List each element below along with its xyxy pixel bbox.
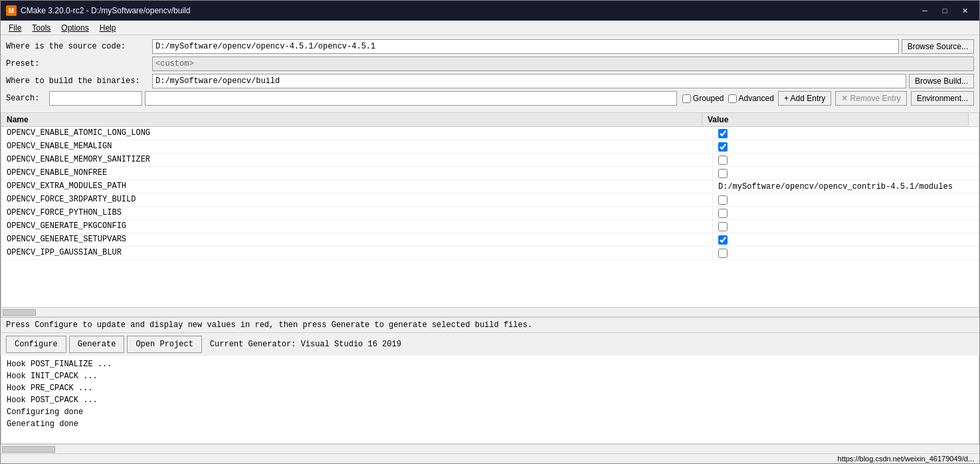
h-scrollbar-thumb[interactable] (3, 309, 36, 316)
cell-value (713, 220, 979, 233)
remove-entry-button[interactable]: ✕ Remove Entry (835, 91, 906, 106)
highlighted-text: Generating done (7, 419, 78, 429)
search-input-left[interactable] (49, 91, 142, 106)
table-area: Name Value OPENCV_ENABLE_ATOMIC_LONG_LON… (1, 112, 979, 317)
configure-button[interactable]: Configure (6, 336, 66, 353)
binaries-row: Where to build the binaries: Browse Buil… (6, 74, 974, 88)
output-line-highlight: Generating done (7, 418, 973, 430)
value-checkbox[interactable] (718, 235, 728, 245)
grouped-checkbox-label[interactable]: Grouped (682, 94, 724, 103)
table-row[interactable]: OPENCV_ENABLE_NONFREE (1, 167, 979, 180)
search-input-right[interactable] (145, 91, 677, 106)
toolbar-right: Grouped Advanced + Add Entry ✕ Remove En… (682, 91, 974, 106)
cell-name: OPENCV_ENABLE_MEMORY_SANITIZER (1, 154, 713, 166)
scrollbar-top-placeholder (968, 113, 979, 126)
output-h-scrollbar[interactable] (1, 444, 979, 453)
cell-value (713, 167, 979, 179)
value-checkbox[interactable] (718, 195, 728, 205)
table-h-scrollbar[interactable] (1, 307, 979, 316)
table-row[interactable]: OPENCV_ENABLE_MEMALIGN (1, 140, 979, 154)
menu-file[interactable]: File (3, 22, 27, 34)
main-content: Name Value OPENCV_ENABLE_ATOMIC_LONG_LON… (1, 112, 979, 463)
close-button[interactable]: ✕ (955, 4, 974, 17)
cell-name: OPENCV_ENABLE_NONFREE (1, 167, 713, 179)
browse-build-button[interactable]: Browse Build... (909, 74, 974, 88)
table-row[interactable]: OPENCV_FORCE_PYTHON_LIBS (1, 207, 979, 220)
table-row[interactable]: OPENCV_FORCE_3RDPARTY_BUILD (1, 193, 979, 207)
add-entry-button[interactable]: + Add Entry (778, 91, 831, 106)
cell-value (713, 154, 979, 166)
table-container: Name Value OPENCV_ENABLE_ATOMIC_LONG_LON… (1, 112, 979, 317)
value-checkbox[interactable] (718, 156, 728, 165)
cell-value: D:/mySoftware/opencv/opencv_contrib-4.5.… (713, 180, 979, 193)
cell-value (713, 127, 979, 140)
binaries-label: Where to build the binaries: (6, 76, 152, 86)
table-body[interactable]: OPENCV_ENABLE_ATOMIC_LONG_LONG OPENCV_EN… (1, 127, 979, 307)
browse-source-button[interactable]: Browse Source... (902, 39, 974, 54)
cell-name: OPENCV_ENABLE_ATOMIC_LONG_LONG (1, 127, 713, 140)
value-checkbox[interactable] (718, 169, 728, 178)
cell-name: OPENCV_GENERATE_PKGCONFIG (1, 220, 713, 233)
table-header: Name Value (1, 113, 979, 127)
output-line: Hook POST_FINALIZE ... (7, 358, 973, 370)
value-checkbox[interactable] (718, 142, 728, 152)
cell-name: OPENCV_GENERATE_SETUPVARS (1, 233, 713, 246)
value-checkbox[interactable] (718, 249, 728, 258)
value-checkbox[interactable] (718, 129, 728, 138)
maximize-button[interactable]: □ (935, 4, 954, 17)
table-row[interactable]: OPENCV_IPP_GAUSSIAN_BLUR (1, 247, 979, 260)
generator-label: Current Generator: Visual Studio 16 2019 (210, 340, 401, 349)
advanced-checkbox[interactable] (728, 94, 737, 103)
col-name-header: Name (1, 113, 702, 126)
cell-value (713, 193, 979, 206)
cell-name: OPENCV_FORCE_3RDPARTY_BUILD (1, 193, 713, 206)
source-input[interactable] (152, 39, 899, 54)
output-area[interactable]: Hook POST_FINALIZE ... Hook INIT_CPACK .… (1, 356, 979, 444)
cell-name: OPENCV_IPP_GAUSSIAN_BLUR (1, 247, 713, 259)
form-area: Where is the source code: Browse Source.… (1, 35, 979, 112)
table-row[interactable]: OPENCV_GENERATE_PKGCONFIG (1, 220, 979, 233)
table-row[interactable]: OPENCV_ENABLE_MEMORY_SANITIZER (1, 154, 979, 167)
value-checkbox[interactable] (718, 209, 728, 218)
preset-row: Preset: (6, 57, 974, 71)
binaries-input[interactable] (152, 74, 906, 88)
advanced-checkbox-label[interactable]: Advanced (728, 94, 774, 103)
status-bar: https://blog.csdn.net/weixin_46179049/d.… (1, 453, 979, 463)
minimize-button[interactable]: ─ (916, 4, 934, 17)
menu-tools[interactable]: Tools (27, 22, 56, 34)
action-bar: Configure Generate Open Project Current … (1, 332, 979, 356)
menu-help[interactable]: Help (94, 22, 122, 34)
search-label: Search: (6, 94, 49, 103)
cell-value (713, 140, 979, 153)
toolbar-row: Search: Grouped Advanced + Add Entry ✕ R… (6, 91, 974, 106)
preset-input[interactable] (152, 57, 974, 71)
title-bar: M CMake 3.20.0-rc2 - D:/mySoftware/openc… (1, 1, 979, 21)
menu-bar: File Tools Options Help (1, 21, 979, 35)
output-line: Configuring done (7, 406, 973, 418)
window-title: CMake 3.20.0-rc2 - D:/mySoftware/opencv/… (21, 6, 916, 15)
grouped-label: Grouped (693, 94, 724, 103)
table-row[interactable]: OPENCV_ENABLE_ATOMIC_LONG_LONG (1, 127, 979, 140)
table-main: Name Value OPENCV_ENABLE_ATOMIC_LONG_LON… (1, 112, 979, 317)
main-window: M CMake 3.20.0-rc2 - D:/mySoftware/openc… (0, 0, 980, 464)
value-checkbox[interactable] (718, 222, 728, 231)
output-line: Hook INIT_CPACK ... (7, 370, 973, 382)
generate-button[interactable]: Generate (69, 336, 125, 353)
output-line: Hook POST_CPACK ... (7, 394, 973, 406)
source-row: Where is the source code: Browse Source.… (6, 39, 974, 54)
cell-name: OPENCV_EXTRA_MODULES_PATH (1, 180, 713, 193)
cell-value (713, 247, 979, 259)
grouped-checkbox[interactable] (682, 94, 691, 103)
app-icon: M (6, 5, 17, 16)
bottom-section: Press Configure to update and display ne… (1, 317, 979, 463)
table-row[interactable]: OPENCV_EXTRA_MODULES_PATH D:/mySoftware/… (1, 180, 979, 193)
source-label: Where is the source code: (6, 42, 152, 51)
open-project-button[interactable]: Open Project (127, 336, 201, 353)
table-row[interactable]: OPENCV_GENERATE_SETUPVARS (1, 233, 979, 247)
advanced-label: Advanced (739, 94, 774, 103)
environment-button[interactable]: Environment... (911, 91, 974, 106)
output-h-scrollbar-thumb[interactable] (2, 446, 55, 453)
cell-value (713, 207, 979, 219)
status-text: Press Configure to update and display ne… (1, 317, 979, 332)
menu-options[interactable]: Options (56, 22, 94, 34)
